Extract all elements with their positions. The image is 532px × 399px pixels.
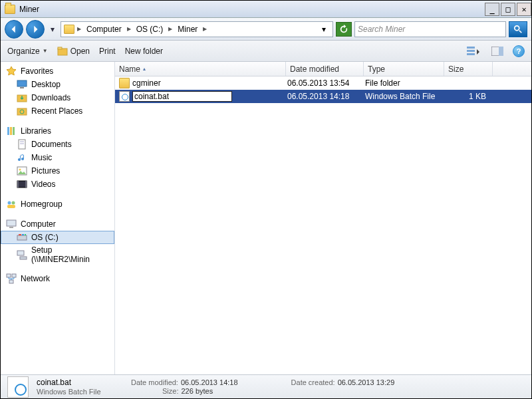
svg-rect-36 xyxy=(7,274,11,277)
navbar: ▾ ▶ Computer ▶ OS (C:) ▶ Miner ▶ ▾ Searc… xyxy=(1,18,531,41)
titlebar: Miner _ □ ✕ xyxy=(1,1,531,18)
column-date[interactable]: Date modified xyxy=(286,62,364,76)
column-headers: Name▴ Date modified Type Size xyxy=(115,62,531,76)
svg-rect-16 xyxy=(13,127,15,135)
svg-rect-14 xyxy=(7,127,9,135)
view-button[interactable] xyxy=(465,44,482,59)
sidebar-libraries: Libraries Documents Music Pictures Video… xyxy=(1,124,114,191)
svg-rect-38 xyxy=(9,280,13,283)
refresh-button[interactable] xyxy=(336,22,352,37)
column-type[interactable]: Type xyxy=(364,62,444,76)
sidebar-head-network[interactable]: Network xyxy=(1,272,114,285)
svg-rect-32 xyxy=(22,234,24,235)
svg-line-1 xyxy=(519,30,522,33)
svg-rect-28 xyxy=(7,220,16,226)
sidebar-head-libraries[interactable]: Libraries xyxy=(1,124,114,138)
svg-rect-27 xyxy=(7,205,15,208)
window-folder-icon xyxy=(5,5,15,14)
file-row-bat[interactable]: 06.05.2013 14:18 Windows Batch File 1 KB xyxy=(115,90,531,103)
svg-rect-33 xyxy=(25,234,26,235)
svg-rect-29 xyxy=(9,227,13,228)
recent-icon xyxy=(17,106,27,116)
sidebar-item-documents[interactable]: Documents xyxy=(1,138,114,151)
svg-rect-30 xyxy=(17,235,27,240)
search-placeholder: Search Miner xyxy=(358,25,405,34)
svg-rect-22 xyxy=(17,181,27,188)
file-row-folder[interactable]: cgminer 06.05.2013 13:54 File folder xyxy=(115,76,531,90)
breadcrumb-item-computer[interactable]: Computer xyxy=(84,25,124,34)
chevron-right-icon[interactable]: ▶ xyxy=(201,26,208,32)
file-name-cell xyxy=(132,91,287,102)
svg-rect-35 xyxy=(20,257,27,259)
print-button[interactable]: Print xyxy=(99,47,116,56)
details-pane: coinat.bat Windows Batch File Date modif… xyxy=(1,374,531,398)
homegroup-icon xyxy=(6,199,17,209)
chevron-right-icon[interactable]: ▶ xyxy=(126,26,132,32)
breadcrumb-item-drive[interactable]: OS (C:) xyxy=(134,25,166,34)
open-button[interactable]: Open xyxy=(57,46,90,57)
svg-point-21 xyxy=(19,169,21,171)
window-title: Miner xyxy=(19,5,39,14)
svg-rect-24 xyxy=(25,181,27,188)
folder-icon xyxy=(119,78,130,88)
svg-rect-5 xyxy=(467,50,475,52)
chevron-right-icon[interactable]: ▶ xyxy=(76,26,82,32)
maximize-button[interactable]: □ xyxy=(501,3,515,16)
breadcrumb-item-folder[interactable]: Miner xyxy=(175,25,200,34)
breadcrumb[interactable]: ▶ Computer ▶ OS (C:) ▶ Miner ▶ ▾ xyxy=(61,21,333,37)
sidebar-item-music[interactable]: Music xyxy=(1,151,114,164)
search-button[interactable] xyxy=(509,21,527,37)
details-filename: coinat.bat xyxy=(37,378,123,387)
sidebar-favorites: Favorites Desktop Downloads Recent Place… xyxy=(1,65,114,118)
sidebar-item-desktop[interactable]: Desktop xyxy=(1,78,114,91)
column-size[interactable]: Size xyxy=(444,62,493,76)
rename-input[interactable] xyxy=(132,91,232,102)
history-dropdown[interactable]: ▾ xyxy=(47,22,58,37)
search-input[interactable]: Search Miner xyxy=(354,21,506,37)
organize-button[interactable]: Organize▼ xyxy=(7,47,48,56)
breadcrumb-dropdown[interactable]: ▾ xyxy=(318,25,330,34)
svg-rect-31 xyxy=(19,234,21,235)
svg-point-26 xyxy=(12,201,15,205)
sidebar-item-pictures[interactable]: Pictures xyxy=(1,164,114,178)
svg-rect-8 xyxy=(499,47,503,56)
sidebar-item-downloads[interactable]: Downloads xyxy=(1,91,114,104)
sidebar-item-drive-c[interactable]: OS (C:) xyxy=(1,231,114,244)
sidebar-head-homegroup[interactable]: Homegroup xyxy=(1,198,114,211)
videos-icon xyxy=(17,179,27,190)
close-button[interactable]: ✕ xyxy=(517,3,531,16)
network-icon xyxy=(6,273,17,284)
sidebar-computer: Computer OS (C:) Setup (\\MINER2\Minin xyxy=(1,217,114,265)
sort-ascending-icon: ▴ xyxy=(143,66,146,72)
chevron-right-icon[interactable]: ▶ xyxy=(167,26,174,32)
svg-rect-34 xyxy=(17,251,24,255)
preview-pane-button[interactable] xyxy=(489,44,506,59)
details-meta: Date modified:06.05.2013 14:18 Date crea… xyxy=(131,378,394,395)
help-button[interactable]: ? xyxy=(513,45,525,57)
sidebar-head-computer[interactable]: Computer xyxy=(1,217,114,231)
libraries-icon xyxy=(6,126,17,136)
sidebar-item-recent[interactable]: Recent Places xyxy=(1,104,114,118)
documents-icon xyxy=(17,139,27,150)
svg-rect-37 xyxy=(12,274,16,277)
svg-rect-4 xyxy=(467,47,475,49)
new-folder-button[interactable]: New folder xyxy=(125,47,163,56)
sidebar-item-network-drive[interactable]: Setup (\\MINER2\Minin xyxy=(1,244,114,265)
svg-rect-15 xyxy=(10,127,12,135)
forward-button[interactable] xyxy=(26,20,45,39)
downloads-icon xyxy=(17,92,27,103)
svg-rect-6 xyxy=(467,53,475,55)
minimize-button[interactable]: _ xyxy=(485,3,499,16)
file-list[interactable]: cgminer 06.05.2013 13:54 File folder 06.… xyxy=(115,76,531,374)
sidebar-head-favorites[interactable]: Favorites xyxy=(1,65,114,78)
svg-rect-9 xyxy=(17,80,27,86)
svg-rect-3 xyxy=(58,47,62,49)
column-spacer xyxy=(493,62,531,76)
open-icon xyxy=(57,46,68,57)
sidebar-network: Network xyxy=(1,272,114,285)
back-button[interactable] xyxy=(5,20,23,39)
column-name[interactable]: Name▴ xyxy=(115,62,286,76)
svg-rect-17 xyxy=(19,140,25,149)
svg-rect-10 xyxy=(20,87,24,88)
sidebar-item-videos[interactable]: Videos xyxy=(1,178,114,191)
